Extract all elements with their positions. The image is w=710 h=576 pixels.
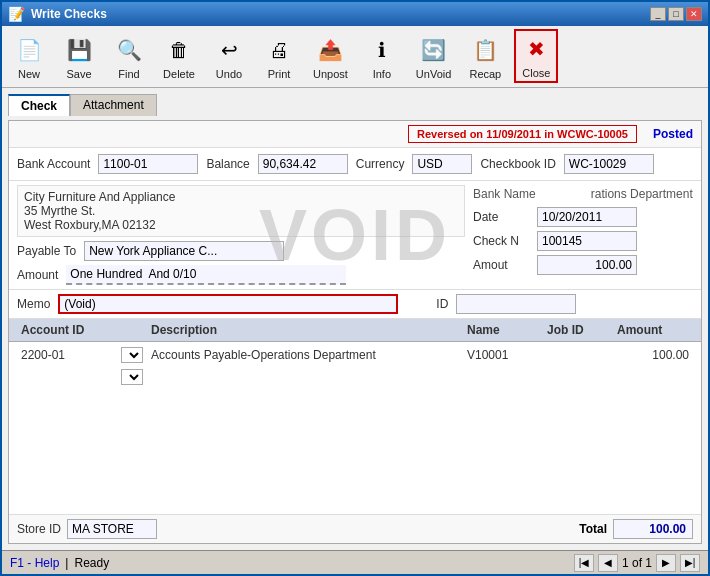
main-panel: Reversed on 11/09/2011 in WCWC-10005 Pos… (8, 120, 702, 544)
unpost-label: Unpost (313, 68, 348, 80)
info-button[interactable]: Info (361, 31, 403, 83)
help-link[interactable]: F1 - Help (10, 556, 59, 570)
col-description: Description (147, 321, 463, 339)
col-select (117, 321, 147, 339)
cell-account-id: 2200-01 (17, 347, 117, 363)
total-value: 100.00 (613, 519, 693, 539)
unvoid-icon (418, 34, 450, 66)
col-amount: Amount (613, 321, 693, 339)
cell-job-id (543, 354, 613, 356)
minimize-button[interactable]: _ (650, 7, 666, 21)
cell-name: V10001 (463, 347, 543, 363)
close-window-button[interactable]: ✕ (686, 7, 702, 21)
status-left: F1 - Help | Ready (10, 556, 109, 570)
recap-button[interactable]: Recap (464, 31, 506, 83)
balance-label: Balance (206, 157, 249, 171)
store-row: Store ID (17, 519, 157, 539)
address-line1: City Furniture And Appliance (24, 190, 458, 204)
unpost-button[interactable]: Unpost (308, 31, 353, 83)
unvoid-button[interactable]: UnVoid (411, 31, 456, 83)
address-line2: 35 Myrthe St. (24, 204, 458, 218)
info-label: Info (373, 68, 391, 80)
maximize-button[interactable]: □ (668, 7, 684, 21)
find-button[interactable]: Find (108, 31, 150, 83)
bank-account-label: Bank Account (17, 157, 90, 171)
tab-attachment[interactable]: Attachment (70, 94, 157, 116)
col-name: Name (463, 321, 543, 339)
nav-first-button[interactable]: |◀ (574, 554, 594, 572)
tab-check[interactable]: Check (8, 94, 70, 116)
save-button[interactable]: Save (58, 31, 100, 83)
new-button[interactable]: New (8, 31, 50, 83)
new-label: New (18, 68, 40, 80)
recap-label: Recap (469, 68, 501, 80)
status-bar: F1 - Help | Ready |◀ ◀ 1 of 1 ▶ ▶| (2, 550, 708, 574)
nav-prev-button[interactable]: ◀ (598, 554, 618, 572)
find-label: Find (118, 68, 139, 80)
checkbook-id-label: Checkbook ID (480, 157, 555, 171)
nav-next-button[interactable]: ▶ (656, 554, 676, 572)
undo-button[interactable]: Undo (208, 31, 250, 83)
undo-label: Undo (216, 68, 242, 80)
nav-last-button[interactable]: ▶| (680, 554, 700, 572)
table-body: 2200-01 Accounts Payable-Operations Depa… (9, 342, 701, 514)
check-num-input[interactable] (537, 231, 637, 251)
status-text: Ready (74, 556, 109, 570)
balance-input[interactable] (258, 154, 348, 174)
memo-label: Memo (17, 297, 50, 311)
check-amount-row: Amout (473, 255, 693, 275)
currency-label: Currency (356, 157, 405, 171)
cell-amount: 100.00 (613, 347, 693, 363)
check-amount-input[interactable] (537, 255, 637, 275)
toolbar: New Save Find Delete Undo Print Unpost (2, 26, 708, 88)
print-button[interactable]: Print (258, 31, 300, 83)
content-area: Check Attachment Reversed on 11/09/2011 … (2, 88, 708, 550)
date-input[interactable] (537, 207, 637, 227)
bank-account-row: Bank Account Balance Currency Checkbook … (17, 154, 693, 174)
undo-icon (213, 34, 245, 66)
check-num-row: Check N (473, 231, 693, 251)
address-box: City Furniture And Appliance 35 Myrthe S… (17, 185, 465, 237)
close-icon (520, 33, 552, 65)
amount-words-input[interactable] (66, 265, 346, 285)
payable-to-input[interactable] (84, 241, 284, 261)
cell-select-2[interactable] (117, 368, 147, 386)
store-id-label: Store ID (17, 522, 61, 536)
nav-bar: |◀ ◀ 1 of 1 ▶ ▶| (574, 554, 700, 572)
check-num-label: Check N (473, 234, 533, 248)
cell-account-id-2 (17, 376, 117, 378)
id-input[interactable] (456, 294, 576, 314)
table-section: Account ID Description Name Job ID Amoun… (9, 319, 701, 514)
posted-badge: Posted (653, 127, 693, 141)
account-select-2[interactable] (121, 369, 143, 385)
payable-to-row: Payable To (17, 241, 465, 261)
unvoid-label: UnVoid (416, 68, 451, 80)
bank-account-input[interactable] (98, 154, 198, 174)
table-row: 2200-01 Accounts Payable-Operations Depa… (17, 344, 693, 366)
close-button[interactable]: Close (514, 29, 558, 83)
window-title: Write Checks (31, 7, 107, 21)
id-label: ID (436, 297, 448, 311)
checkbook-id-input[interactable] (564, 154, 654, 174)
cell-select[interactable] (117, 346, 147, 364)
reversed-notice: Reversed on 11/09/2011 in WCWC-10005 (408, 125, 637, 143)
memo-row: Memo ID (9, 290, 701, 319)
delete-button[interactable]: Delete (158, 31, 200, 83)
save-label: Save (66, 68, 91, 80)
title-bar-buttons: _ □ ✕ (650, 7, 702, 21)
delete-label: Delete (163, 68, 195, 80)
currency-input[interactable] (412, 154, 472, 174)
store-id-input[interactable] (67, 519, 157, 539)
amount-words-row: Amount (17, 265, 465, 285)
table-header: Account ID Description Name Job ID Amoun… (9, 319, 701, 342)
main-window: 📝 Write Checks _ □ ✕ New Save Find Delet… (0, 0, 710, 576)
memo-input[interactable] (58, 294, 398, 314)
payable-to-label: Payable To (17, 244, 76, 258)
account-select[interactable] (121, 347, 143, 363)
total-label: Total (579, 522, 607, 536)
cell-description: Accounts Payable-Operations Department (147, 347, 463, 363)
new-icon (13, 34, 45, 66)
date-label: Date (473, 210, 533, 224)
close-label: Close (522, 67, 550, 79)
table-row-extra (17, 366, 693, 388)
